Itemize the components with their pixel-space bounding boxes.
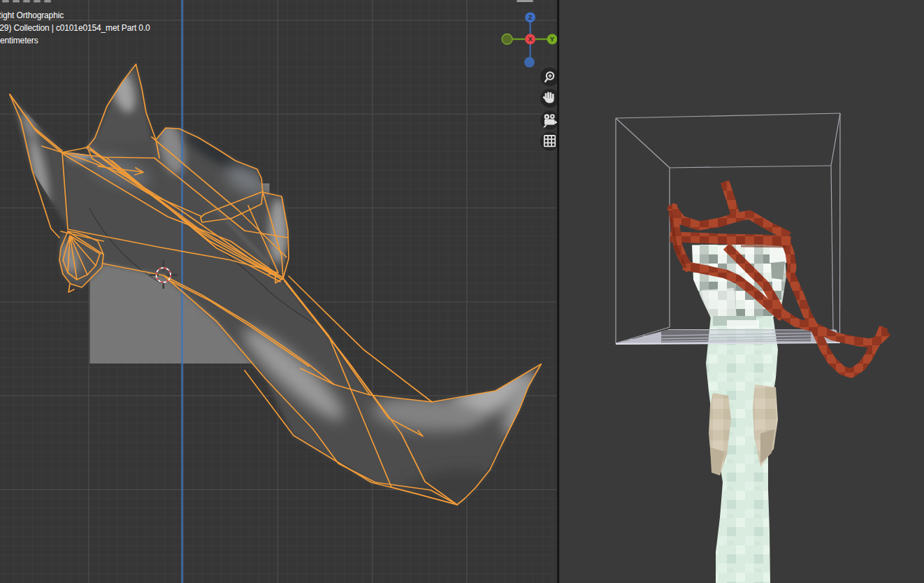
svg-text:Right Orthographic: Right Orthographic xyxy=(0,10,64,20)
svg-text:X: X xyxy=(528,35,533,43)
svg-text:Z: Z xyxy=(528,13,533,21)
svg-text:(29) Collection | c0101e0154_m: (29) Collection | c0101e0154_met Part 0.… xyxy=(0,23,150,33)
svg-text:Y: Y xyxy=(550,35,555,43)
svg-text:Centimeters: Centimeters xyxy=(0,36,38,45)
